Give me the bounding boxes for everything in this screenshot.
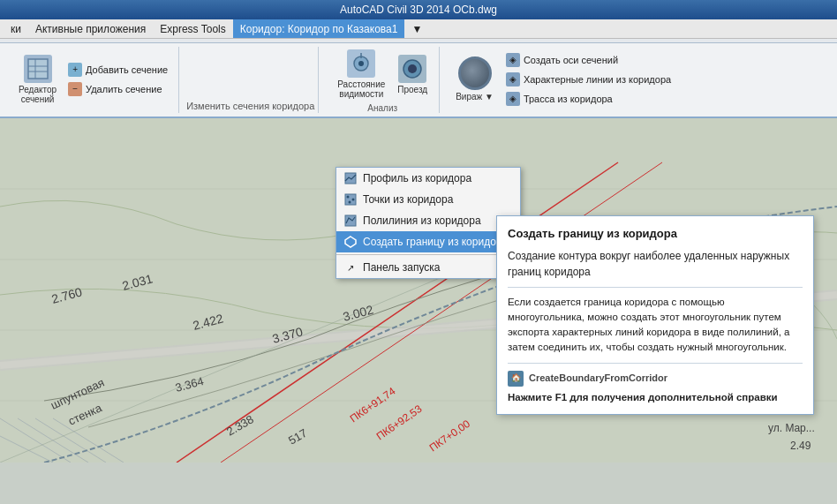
tooltip-separator-2 xyxy=(508,363,803,364)
ribbon-group-editor: Редакторсечений + Добавить сечение − Уда… xyxy=(7,47,179,113)
tooltip-box: Создать границу из коридора Создание кон… xyxy=(496,215,814,415)
ribbon-group-virazh-items: Вираж ▼ ◈ Создать оси сечений ◈ Характер… xyxy=(450,47,675,111)
ribbon-group-virazh: Вираж ▼ ◈ Создать оси сечений ◈ Характер… xyxy=(443,47,682,113)
svg-point-36 xyxy=(347,196,350,199)
svg-rect-39 xyxy=(345,215,356,226)
redaktor-label: Редакторсечений xyxy=(19,85,57,104)
btn-trassa-from-corridor[interactable]: ◈ Трасса из коридора xyxy=(502,90,675,108)
virazh-label: Вираж ▼ xyxy=(456,92,494,102)
side-btns-virazh: ◈ Создать оси сечений ◈ Характерные лини… xyxy=(502,51,675,108)
remove-section-icon: − xyxy=(68,82,82,96)
dropdown-item-polyline[interactable]: Полилиния из коридора xyxy=(336,210,520,231)
boundary-label: Создать границу из коридора xyxy=(363,236,508,248)
tooltip-title: Создать границу из коридора xyxy=(508,225,803,243)
tooltip-cmd-text: CreateBoundaryFromCorridor xyxy=(529,371,667,386)
section-axes-icon: ◈ xyxy=(506,53,520,67)
btn-char-lines-from-corridor[interactable]: ◈ Характерные линии из коридора xyxy=(502,71,675,88)
add-section-icon: + xyxy=(68,63,82,77)
svg-point-8 xyxy=(408,64,417,73)
svg-point-38 xyxy=(349,201,351,204)
distance-icon xyxy=(347,49,375,78)
profile-label: Профиль из коридора xyxy=(363,172,471,184)
redaktor-icon xyxy=(24,55,52,83)
tooltip-command: 🏠 CreateBoundaryFromCorridor xyxy=(508,371,803,387)
menu-item-active-apps[interactable]: Активные приложения xyxy=(28,19,153,38)
menu-item-corridor[interactable]: Коридор: Коридор по Казакова1 xyxy=(233,19,405,38)
tooltip-separator xyxy=(508,287,803,288)
virazh-icon xyxy=(458,56,492,90)
svg-text:ул. Map...: ул. Map... xyxy=(768,422,815,434)
dropdown-item-panel-launch[interactable]: ↗ Панель запуска xyxy=(336,257,520,278)
title-text: AutoCAD Civil 3D 2014 OCb.dwg xyxy=(340,4,497,16)
tooltip-f1-text: Нажмите F1 для получения дополнительной … xyxy=(508,390,803,405)
ribbon-content: Редакторсечений + Добавить сечение − Уда… xyxy=(0,42,837,117)
svg-point-37 xyxy=(352,199,355,201)
remove-section-label: Удалить сечение xyxy=(86,84,162,94)
svg-text:2.49: 2.49 xyxy=(790,440,811,452)
tooltip-cmd-icon: 🏠 xyxy=(508,371,524,387)
btn-add-section[interactable]: + Добавить сечение xyxy=(64,61,171,79)
btn-redaktor-secheny[interactable]: Редакторсечений xyxy=(14,52,61,107)
profile-from-corridor-icon xyxy=(343,171,358,185)
proezd-icon xyxy=(398,55,426,83)
ribbon-group-analysis: Расстояниевидимости Проезд Анализ xyxy=(326,47,440,113)
panel-launch-label: Панель запуска xyxy=(363,261,441,274)
char-lines-icon: ◈ xyxy=(506,72,520,87)
section-axes-label: Создать оси сечений xyxy=(524,55,618,65)
menu-bar: ки Активные приложения Express Tools Кор… xyxy=(0,19,837,39)
polyline-label: Полилиния из коридора xyxy=(363,214,481,227)
add-section-label: Добавить сечение xyxy=(86,64,168,75)
ribbon-group-analysis-items: Расстояниевидимости Проезд xyxy=(333,47,432,102)
dropdown-item-profile[interactable]: Профиль из коридора xyxy=(336,168,520,189)
ribbon: Редакторсечений + Добавить сечение − Уда… xyxy=(0,39,837,118)
dropdown-item-points[interactable]: Точки из коридора xyxy=(336,189,520,210)
points-from-corridor-icon xyxy=(343,192,358,207)
tooltip-description-2: Если создается граница коридора с помощь… xyxy=(508,295,803,356)
dropdown-item-boundary[interactable]: Создать границу из коридора xyxy=(336,231,520,252)
ribbon-group-editor-items: Редакторсечений + Добавить сечение − Уда… xyxy=(14,47,171,111)
group-analysis-label: Анализ xyxy=(367,103,397,113)
btn-create-section-axes[interactable]: ◈ Создать оси сечений xyxy=(502,51,675,69)
trassa-label: Трасса из коридора xyxy=(524,94,613,104)
distance-label: Расстояниевидимости xyxy=(337,79,385,99)
svg-marker-40 xyxy=(345,237,356,247)
svg-point-5 xyxy=(358,61,364,66)
btn-virazh[interactable]: Вираж ▼ xyxy=(450,55,499,103)
boundary-from-corridor-icon xyxy=(343,235,358,249)
points-label: Точки из коридора xyxy=(363,193,453,206)
tooltip-description: Создание контура вокруг наиболее удаленн… xyxy=(508,248,803,280)
trassa-icon: ◈ xyxy=(506,92,520,106)
svg-rect-0 xyxy=(28,59,48,79)
dropdown-menu: Профиль из коридора Точки из коридора По… xyxy=(336,167,521,279)
canvas-area: 2.760 2.031 2.422 3.370 3.002 3.364 2.33… xyxy=(0,118,837,463)
title-bar: AutoCAD Civil 3D 2014 OCb.dwg xyxy=(0,0,837,19)
panel-launch-icon: ↗ xyxy=(343,260,358,275)
menu-item-ki[interactable]: ки xyxy=(4,19,28,38)
btn-distance-visibility[interactable]: Расстояниевидимости xyxy=(333,47,389,102)
proezd-label: Проезд xyxy=(397,85,427,94)
btn-proezd[interactable]: Проезд xyxy=(393,52,432,97)
char-lines-label: Характерные линии из коридора xyxy=(524,74,671,85)
polyline-from-corridor-icon xyxy=(343,214,358,228)
menu-item-express-tools[interactable]: Express Tools xyxy=(153,19,232,38)
btn-remove-section[interactable]: − Удалить сечение xyxy=(64,80,171,98)
side-btns-section: + Добавить сечение − Удалить сечение xyxy=(64,61,171,98)
section-label-change: Изменить сечения коридора xyxy=(183,47,319,113)
menu-item-arrow[interactable]: ▼ xyxy=(404,19,429,38)
